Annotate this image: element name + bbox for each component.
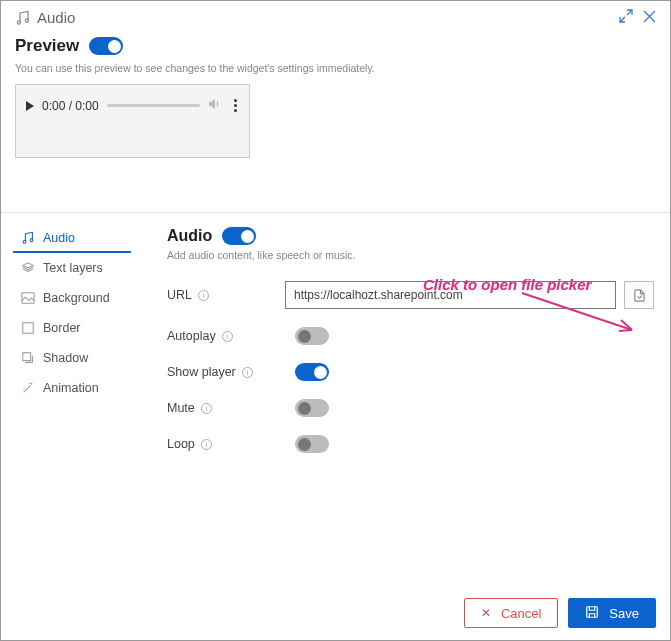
audio-time: 0:00 / 0:00 <box>42 99 99 113</box>
file-picker-icon <box>632 288 647 303</box>
file-picker-button[interactable] <box>624 281 654 309</box>
audio-more-icon[interactable] <box>232 99 239 112</box>
dialog-title: Audio <box>37 9 75 26</box>
showplayer-field: Show playeri <box>167 363 654 381</box>
tab-label: Background <box>43 291 110 305</box>
preview-toggle[interactable] <box>89 37 123 55</box>
tab-label: Audio <box>43 231 75 245</box>
wand-icon <box>21 381 35 395</box>
music-icon <box>21 231 35 245</box>
music-icon <box>15 10 31 26</box>
tab-audio[interactable]: Audio <box>13 223 131 253</box>
dialog-header: Audio <box>1 1 670 30</box>
tab-label: Shadow <box>43 351 88 365</box>
volume-icon[interactable] <box>208 97 224 114</box>
dialog-footer: ✕ Cancel Save <box>464 598 656 628</box>
panel-title: Audio <box>167 227 212 245</box>
autoplay-label: Autoplay <box>167 329 216 343</box>
tab-animation[interactable]: Animation <box>13 373 131 403</box>
svg-rect-7 <box>587 606 598 617</box>
svg-point-0 <box>17 20 20 23</box>
preview-heading: Preview <box>15 36 79 56</box>
mute-label: Mute <box>167 401 195 415</box>
info-icon[interactable]: i <box>198 290 209 301</box>
cancel-label: Cancel <box>501 606 541 621</box>
cancel-button[interactable]: ✕ Cancel <box>464 598 558 628</box>
svg-rect-5 <box>23 323 34 334</box>
close-icon[interactable] <box>643 10 656 26</box>
preview-section: Preview You can use this preview to see … <box>1 30 670 158</box>
loop-label: Loop <box>167 437 195 451</box>
audio-panel: Audio Add audio content, like speech or … <box>131 213 658 471</box>
info-icon[interactable]: i <box>222 331 233 342</box>
audio-enable-toggle[interactable] <box>222 227 256 245</box>
showplayer-toggle[interactable] <box>295 363 329 381</box>
expand-icon[interactable] <box>619 9 633 26</box>
tab-text-layers[interactable]: Text layers <box>13 253 131 283</box>
info-icon[interactable]: i <box>201 403 212 414</box>
svg-point-1 <box>25 18 28 21</box>
mute-toggle[interactable] <box>295 399 329 417</box>
preview-hint: You can use this preview to see changes … <box>15 62 656 74</box>
panel-subtitle: Add audio content, like speech or music. <box>167 249 654 261</box>
info-icon[interactable]: i <box>201 439 212 450</box>
info-icon[interactable]: i <box>242 367 253 378</box>
image-icon <box>21 291 35 305</box>
tab-border[interactable]: Border <box>13 313 131 343</box>
tab-background[interactable]: Background <box>13 283 131 313</box>
autoplay-field: Autoplayi <box>167 327 654 345</box>
tab-label: Text layers <box>43 261 103 275</box>
settings-tabs: Audio Text layers Background Border Shad… <box>13 213 131 471</box>
layers-icon <box>21 261 35 275</box>
url-input[interactable] <box>285 281 616 309</box>
svg-point-3 <box>30 239 33 242</box>
autoplay-toggle[interactable] <box>295 327 329 345</box>
audio-preview-box: 0:00 / 0:00 <box>15 84 250 158</box>
tab-shadow[interactable]: Shadow <box>13 343 131 373</box>
close-icon: ✕ <box>481 606 491 620</box>
shadow-icon <box>21 351 35 365</box>
border-icon <box>21 321 35 335</box>
tab-label: Animation <box>43 381 99 395</box>
mute-field: Mutei <box>167 399 654 417</box>
url-field: URLi <box>167 281 654 309</box>
save-button[interactable]: Save <box>568 598 656 628</box>
tab-label: Border <box>43 321 81 335</box>
svg-rect-6 <box>23 353 31 361</box>
loop-toggle[interactable] <box>295 435 329 453</box>
play-icon[interactable] <box>26 101 34 111</box>
svg-point-2 <box>23 241 26 244</box>
svg-rect-4 <box>22 293 34 304</box>
audio-seek-track[interactable] <box>107 104 200 107</box>
url-label: URL <box>167 288 192 302</box>
showplayer-label: Show player <box>167 365 236 379</box>
save-label: Save <box>609 606 639 621</box>
save-icon <box>585 605 599 622</box>
loop-field: Loopi <box>167 435 654 453</box>
